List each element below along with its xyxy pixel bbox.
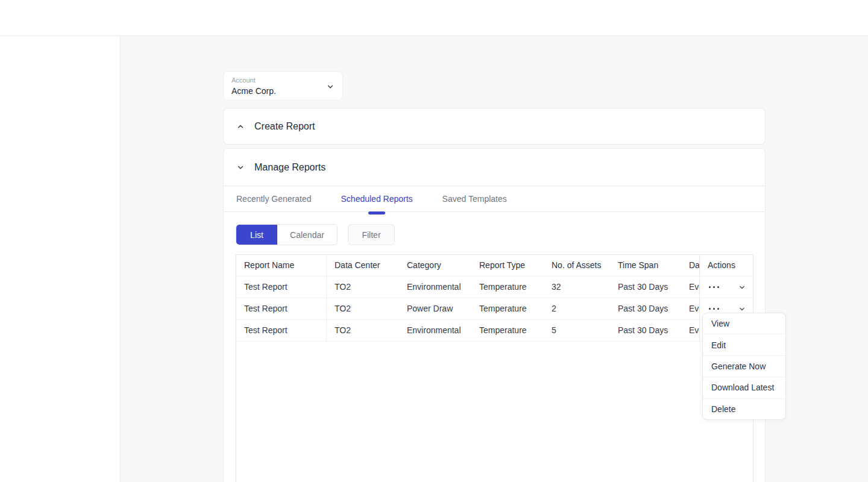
cell-data-center: TO2 [327,277,399,298]
active-tab-indicator [368,211,385,214]
column-header-report-type: Report Type [471,255,544,276]
cell-no-of-assets: 32 [544,277,610,298]
create-report-section-header[interactable]: Create Report [223,108,766,145]
account-select[interactable]: Account Acme Corp. [223,71,343,101]
cell-data-center: TO2 [327,298,399,319]
chevron-down-icon[interactable] [738,284,746,291]
column-header-category: Category [399,255,471,276]
table-header-row: Report Name Data Center Category Report … [236,255,753,277]
cell-time-span: Past 30 Days [610,277,681,298]
cell-category: Environmental [399,320,471,341]
tab-label: Recently Generated [236,194,312,204]
filter-button[interactable]: Filter [348,224,395,245]
manage-reports-title: Manage Reports [254,162,326,173]
create-report-title: Create Report [254,121,315,132]
cell-category: Environmental [399,277,471,298]
column-header-no-of-assets: No. of Assets [544,255,610,276]
account-select-value: Acme Corp. [231,86,276,96]
cell-report-type: Temperature [471,277,544,298]
cell-time-span: Past 30 Days [610,298,681,319]
column-header-data-center: Data Center [327,255,399,276]
tab-saved-templates[interactable]: Saved Templates [442,186,507,211]
scheduled-reports-table: Report Name Data Center Category Report … [236,254,753,482]
menu-item-delete[interactable]: Delete [703,399,785,419]
cell-data-center: TO2 [327,320,399,341]
cell-no-of-assets: 5 [544,320,610,341]
tab-label: Scheduled Reports [341,194,413,204]
table-row: Test Report TO2 Environmental Temperatur… [236,320,753,342]
cell-report-name: Test Report [236,320,327,341]
row-actions-menu-button[interactable] [708,305,720,312]
tab-scheduled-reports[interactable]: Scheduled Reports [341,186,413,211]
row-actions-menu-button[interactable] [708,284,720,290]
sidebar [0,36,121,482]
chevron-up-icon [236,122,245,131]
row-actions-cell [700,277,753,298]
tab-recently-generated[interactable]: Recently Generated [236,186,312,211]
manage-reports-section: Manage Reports Recently Generated Schedu… [223,148,766,482]
cell-report-name: Test Report [236,298,327,319]
menu-item-download-latest[interactable]: Download Latest [703,377,785,398]
tab-label: Saved Templates [442,194,507,204]
calendar-view-button[interactable]: Calendar [277,225,337,245]
cell-category: Power Draw [399,298,471,319]
column-header-report-name: Report Name [236,255,327,276]
list-view-button[interactable]: List [236,225,277,245]
menu-item-edit[interactable]: Edit [703,334,785,355]
cell-report-name: Test Report [236,277,327,298]
menu-item-view[interactable]: View [703,313,785,334]
menu-item-generate-now[interactable]: Generate Now [703,356,785,377]
cell-report-type: Temperature [471,298,544,319]
cell-time-span: Past 30 Days [610,320,681,341]
top-header-bar [0,0,868,36]
chevron-down-icon [326,83,335,91]
cell-report-type: Temperature [471,320,544,341]
table-row: Test Report TO2 Power Draw Temperature 2… [236,298,753,320]
column-header-actions: Actions [700,255,753,277]
cell-no-of-assets: 2 [544,298,610,319]
actions-dropdown-menu: View Edit Generate Now Download Latest D… [702,313,786,420]
manage-reports-section-header[interactable]: Manage Reports [224,149,765,186]
column-header-time-span: Time Span [610,255,681,276]
table-toolbar: List Calendar Filter [236,224,395,245]
chevron-down-icon[interactable] [738,305,746,313]
account-select-label: Account [231,77,256,84]
table-row: Test Report TO2 Environmental Temperatur… [236,277,753,298]
chevron-down-icon [236,163,245,172]
tab-bar: Recently Generated Scheduled Reports Sav… [224,186,765,212]
view-toggle: List Calendar [236,224,338,245]
